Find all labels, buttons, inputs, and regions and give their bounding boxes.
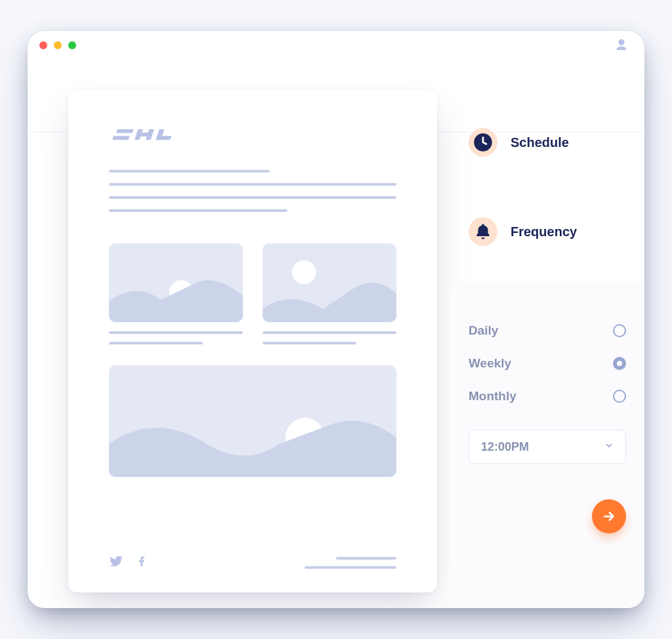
svg-rect-1 <box>112 136 130 140</box>
tab-frequency[interactable]: Frequency <box>450 208 644 255</box>
time-value: 12:00PM <box>481 440 529 454</box>
placeholder-line <box>304 566 396 569</box>
placeholder-line <box>109 209 287 212</box>
brand-logo <box>109 127 396 144</box>
preview-article-2 <box>262 243 396 344</box>
option-label: Weekly <box>469 356 511 371</box>
image-placeholder-large <box>109 365 396 477</box>
svg-point-10 <box>292 260 316 284</box>
arrow-right-icon <box>602 509 616 524</box>
option-label: Daily <box>469 323 498 338</box>
email-preview-card <box>68 90 437 592</box>
image-placeholder <box>262 243 396 322</box>
titlebar <box>28 31 644 60</box>
svg-rect-6 <box>156 136 171 140</box>
frequency-option-weekly[interactable]: Weekly <box>469 356 626 371</box>
tab-label: Frequency <box>511 224 577 239</box>
placeholder-line <box>109 183 396 186</box>
image-placeholder <box>109 243 243 322</box>
preview-heading-placeholder <box>109 170 396 212</box>
signature-placeholder <box>304 557 396 569</box>
twitter-icon[interactable] <box>109 554 123 571</box>
placeholder-line <box>336 557 396 560</box>
placeholder-line <box>262 331 396 334</box>
preview-article-1 <box>109 243 243 344</box>
frequency-option-daily[interactable]: Daily <box>469 323 626 338</box>
window-zoom-button[interactable] <box>68 41 76 49</box>
placeholder-line <box>109 196 396 199</box>
radio-indicator <box>613 357 626 370</box>
chevron-down-icon <box>604 441 614 453</box>
tab-schedule[interactable]: Schedule <box>450 119 644 166</box>
radio-indicator <box>613 390 626 403</box>
clock-icon <box>469 128 497 157</box>
window-minimize-button[interactable] <box>54 41 62 49</box>
placeholder-line <box>109 342 203 344</box>
bell-icon <box>469 217 497 246</box>
tab-label: Schedule <box>511 135 569 150</box>
account-button[interactable] <box>613 37 630 54</box>
option-label: Monthly <box>469 389 516 403</box>
app-window: Schedule Frequency Daily <box>28 31 644 608</box>
radio-indicator <box>613 324 626 337</box>
window-close-button[interactable] <box>39 41 47 49</box>
placeholder-line <box>109 170 270 173</box>
user-icon <box>614 38 629 52</box>
facebook-icon[interactable] <box>135 554 148 571</box>
social-links <box>109 554 148 571</box>
window-controls <box>39 41 76 49</box>
next-button[interactable] <box>592 499 626 533</box>
placeholder-line <box>109 331 243 334</box>
placeholder-line <box>262 342 356 344</box>
frequency-panel: Daily Weekly Monthly 12:00PM <box>450 281 644 608</box>
svg-rect-0 <box>116 129 134 133</box>
time-select[interactable]: 12:00PM <box>469 430 626 464</box>
frequency-option-monthly[interactable]: Monthly <box>469 389 626 403</box>
